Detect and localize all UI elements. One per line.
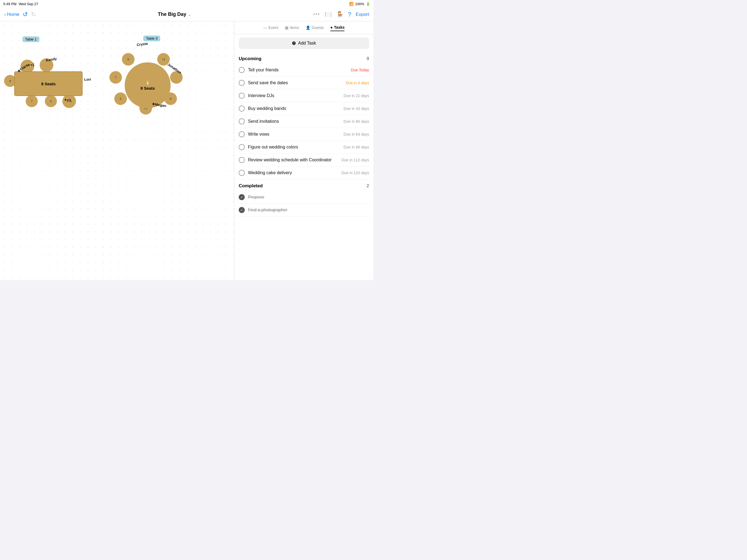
task-name-interview-djs: Interview DJs (248, 93, 274, 98)
utensils-icon[interactable]: 🍽️ (325, 11, 332, 18)
task-circle-write-vows[interactable] (239, 131, 245, 137)
task-review-schedule: Review wedding schedule with Coordinator… (239, 154, 369, 167)
status-bar: 5:49 PM Wed Sep 27 📶 100% 🔋 (0, 0, 374, 8)
task-due-wedding-bands: Due in 43 days (344, 106, 369, 111)
help-icon[interactable]: ? (348, 11, 351, 18)
tab-event[interactable]: — Event (263, 25, 278, 31)
tab-items-label: Items (290, 25, 299, 30)
task-propose: ✓ Propose (239, 191, 369, 204)
task-wedding-colors: Figure out wedding colors Due in 68 days (239, 141, 369, 154)
tab-event-label: Event (268, 25, 278, 30)
guest-crysta: Crysta (136, 41, 148, 47)
task-write-vows: Write vows Due in 64 days (239, 128, 369, 141)
tab-tasks-label: Tasks (334, 25, 345, 29)
task-due-write-vows: Due in 64 days (344, 132, 369, 136)
task-circle-tell-friends[interactable] (239, 67, 245, 73)
table1-rect: 8 Seats (14, 71, 83, 96)
upcoming-section-header: Upcoming 9 (239, 52, 369, 64)
task-circle-save-dates[interactable] (239, 80, 245, 86)
task-due-send-invitations: Due in 60 days (344, 119, 369, 124)
task-due-review-schedule: Due in 112 days (341, 158, 369, 162)
status-time: 5:49 PM (3, 2, 17, 6)
task-name-review-schedule: Review wedding schedule with Coordinator (248, 157, 332, 162)
upcoming-label: Upcoming (239, 56, 261, 61)
guest-kandy: Kandy (46, 57, 57, 62)
panel-tabs: — Event ▦ Items 👤 Guests ● Tasks (234, 21, 374, 34)
title-dropdown-icon[interactable]: ⌄ (188, 12, 191, 17)
home-label: Home (7, 12, 19, 17)
tab-guests-label: Guests (312, 25, 324, 30)
task-name-save-dates: Send save the dates (248, 80, 288, 85)
task-name-wedding-bands: Buy wedding bands (248, 106, 286, 111)
task-name-wedding-colors: Figure out wedding colors (248, 145, 298, 150)
task-due-interview-djs: Due in 21 days (344, 94, 369, 98)
task-name-cake-delivery: Wedding cake delivery (248, 170, 292, 175)
tasks-icon: ● (330, 25, 333, 29)
battery-text: 100% (355, 2, 364, 6)
task-name-write-vows: Write vows (248, 132, 269, 137)
task-circle-propose[interactable]: ✓ (239, 194, 245, 200)
task-list: Upcoming 9 Tell your friends Due Today S… (234, 52, 374, 280)
home-button[interactable]: ‹ Home (4, 12, 19, 17)
completed-section-header: Completed 2 (239, 179, 369, 191)
guests-icon: 👤 (306, 25, 310, 30)
task-due-cake-delivery: Due in 120 days (341, 171, 369, 175)
add-task-button[interactable]: ⊕ Add Task (239, 37, 369, 49)
tab-guests[interactable]: 👤 Guests (306, 25, 324, 31)
task-name-send-invitations: Send invitations (248, 119, 279, 124)
completed-label: Completed (239, 183, 263, 189)
guest-plus1-t1: ✦+1 (27, 62, 34, 67)
task-circle-wedding-colors[interactable] (239, 144, 245, 150)
seat-t3-botleft: 6 (114, 93, 127, 105)
plus-icon: ⊕ (292, 40, 296, 46)
upcoming-count: 9 (367, 56, 369, 61)
task-wedding-bands: Buy wedding bands Due in 43 days (239, 102, 369, 115)
right-panel: — Event ▦ Items 👤 Guests ● Tasks ⊕ Add T… (234, 21, 374, 280)
seating-canvas[interactable]: Table 1 8 7 6 ✦+1 8 Seats ★Clara Kandy ✦… (0, 21, 234, 280)
battery-icon: 🔋 (366, 2, 370, 6)
task-due-wedding-colors: Due in 68 days (344, 145, 369, 149)
tab-tasks[interactable]: ● Tasks (330, 25, 344, 31)
table3-label: Table 3 (143, 35, 160, 41)
seating-icon[interactable]: 🪑 (336, 11, 344, 18)
task-circle-wedding-bands[interactable] (239, 105, 245, 111)
chevron-left-icon: ‹ (4, 12, 6, 17)
status-date: Wed Sep 27 (19, 2, 38, 6)
seat-t1-bot1: 7 (26, 95, 38, 107)
table1-label: Table 1 (22, 36, 40, 42)
page-title: The Big Day (158, 11, 186, 17)
candle-icon: 🕯️ (145, 80, 150, 85)
task-send-invitations: Send invitations Due in 60 days (239, 115, 369, 128)
completed-count: 2 (367, 183, 369, 189)
task-name-find-photographer: Find a photographer (248, 207, 287, 212)
nav-bar: ‹ Home ↺ ↻ The Big Day ⌄ ••• 🍽️ 🪑 ? Expo… (0, 8, 374, 21)
task-due-save-dates: Due in 4 days (345, 81, 369, 85)
seat-t1-bot2: 6 (45, 95, 57, 107)
task-save-dates: Send save the dates Due in 4 days (239, 77, 369, 90)
wifi-icon: 📶 (349, 2, 354, 6)
task-due-tell-friends: Due Today (351, 68, 369, 72)
table1-seat-count: 8 Seats (41, 81, 56, 86)
more-icon: ••• (313, 11, 320, 17)
items-icon: ▦ (285, 25, 288, 30)
tab-items[interactable]: ▦ Items (285, 25, 299, 31)
task-name-propose: Propose (248, 195, 264, 200)
task-tell-friends: Tell your friends Due Today (239, 64, 369, 77)
redo-button[interactable]: ↻ (31, 11, 36, 18)
task-circle-find-photographer[interactable]: ✓ (239, 207, 245, 213)
task-name-tell-friends: Tell your friends (248, 68, 279, 73)
guest-plus1-t1b: ✦+1 (64, 98, 71, 102)
task-circle-send-invitations[interactable] (239, 119, 245, 124)
task-circle-cake-delivery[interactable] (239, 170, 245, 176)
task-find-photographer: ✓ Find a photographer (239, 204, 369, 217)
event-icon: — (263, 25, 267, 30)
export-button[interactable]: Export (356, 12, 369, 17)
seat-t3-left1: 7 (109, 71, 122, 84)
seat-t3-top1: 8 (122, 53, 134, 66)
table3-seat-count: 8 Seats (140, 86, 155, 91)
guest-lori: Lori (84, 77, 91, 81)
task-circle-interview-djs[interactable] (239, 93, 245, 99)
undo-button[interactable]: ↺ (23, 11, 28, 18)
table3-round: 🕯️ 8 Seats (125, 62, 171, 108)
task-circle-review-schedule[interactable] (239, 157, 245, 163)
